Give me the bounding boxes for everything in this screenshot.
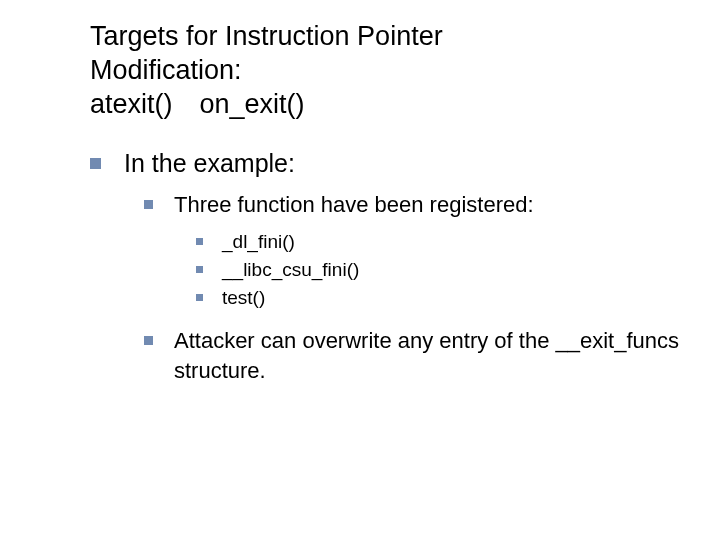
bullet-list-level-1: In the example: Three function have been… [90, 147, 680, 385]
bullet-text: __libc_csu_fini() [222, 259, 359, 280]
bullet-text: Attacker can overwrite any entry of the … [174, 328, 679, 383]
list-item: Attacker can overwrite any entry of the … [144, 326, 680, 385]
list-item: Three function have been registered: _dl… [144, 190, 680, 311]
title-line-1: Targets for Instruction Pointer [90, 21, 443, 51]
bullet-square-icon [196, 294, 203, 301]
slide: Targets for Instruction Pointer Modifica… [0, 0, 720, 540]
bullet-text: In the example: [124, 149, 295, 177]
bullet-square-icon [144, 336, 153, 345]
title-line-2: Modification: [90, 55, 242, 85]
bullet-square-icon [196, 238, 203, 245]
title-line-3: atexit() on_exit() [90, 89, 305, 119]
list-item: In the example: Three function have been… [90, 147, 680, 385]
bullet-text: _dl_fini() [222, 231, 295, 252]
bullet-list-level-3: _dl_fini() __libc_csu_fini() test() [196, 229, 680, 310]
list-item: __libc_csu_fini() [196, 257, 680, 283]
bullet-square-icon [196, 266, 203, 273]
bullet-text: Three function have been registered: [174, 192, 534, 217]
list-item: _dl_fini() [196, 229, 680, 255]
bullet-text: test() [222, 287, 265, 308]
bullet-list-level-2: Three function have been registered: _dl… [144, 190, 680, 386]
bullet-square-icon [144, 200, 153, 209]
slide-title: Targets for Instruction Pointer Modifica… [90, 20, 680, 121]
bullet-square-icon [90, 158, 101, 169]
list-item: test() [196, 285, 680, 311]
